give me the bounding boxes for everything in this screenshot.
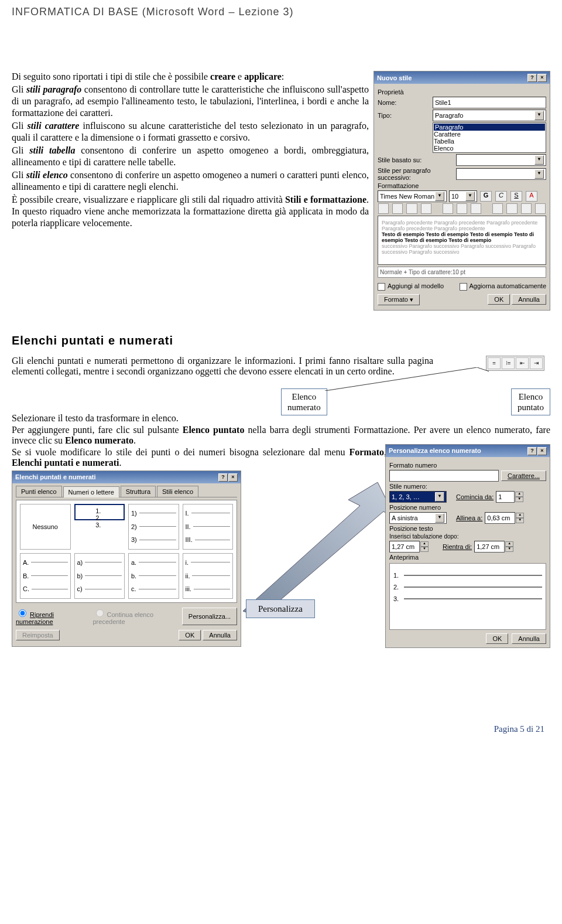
dialog-title: Nuovo stile [377,74,412,81]
chevron-down-icon: ▼ [534,111,544,120]
opt-elenco[interactable]: Elenco [434,145,545,152]
tipo-select[interactable]: Paragrafo▼ [433,110,546,121]
underline-button[interactable]: S [510,191,522,202]
formato-numero-input[interactable] [389,470,499,482]
annulla-button[interactable]: Annulla [512,633,546,644]
auto-update-checkbox[interactable] [460,283,467,291]
bold-button[interactable]: G [480,191,492,202]
cell-nessuno[interactable]: Nessuno [20,504,71,550]
indent-icon[interactable] [535,203,546,214]
cell-4[interactable]: A.B.C. [20,553,71,599]
outdent-icon[interactable] [521,203,532,214]
indent-inc-icon[interactable] [506,203,517,214]
preview-area: Paragrafo precedente Paragrafo precedent… [378,216,546,265]
style-desc: Normale + Tipo di carattere:10 pt [378,267,546,278]
section2-p4: Se si vuole modificare lo stile dei punt… [12,447,386,468]
opt-tabella[interactable]: Tabella [434,138,545,145]
pers-title: Personalizza elenco numerato [389,447,481,454]
cell-3[interactable]: I.II.III. [183,504,234,550]
comincia-input[interactable] [496,491,515,503]
stile-numero-label: Stile numero: [389,483,430,490]
personalizza-callout: Personalizza [246,599,315,618]
close-icon[interactable]: × [537,447,547,455]
decrease-indent-icon[interactable]: ⇤ [516,357,529,369]
anteprima-box: 1. 2. 3. [389,563,546,630]
style-grid: Nessuno 1.2.3. 1)2)3) I.II.III. A.B.C. a… [16,500,237,603]
help-icon[interactable]: ? [218,473,228,482]
tab-numeri[interactable]: Numeri o lettere [63,486,119,497]
carattere-button[interactable]: Carattere... [501,470,546,481]
basato-select[interactable]: ▼ [456,154,546,166]
line-spacing-2-icon[interactable] [471,203,481,214]
page-header: INFORMATICA DI BASE (Microsoft Word – Le… [12,0,550,71]
indent-dec-icon[interactable] [492,203,503,214]
close-icon[interactable]: × [537,74,547,82]
bulleted-list-icon[interactable]: ⁝≡ [502,357,515,369]
opt-paragrafo[interactable]: Paragrafo [434,124,545,131]
align-justify-icon[interactable] [421,203,431,214]
elenchi-title: Elenchi puntati e numerati [15,473,96,480]
font-color-button[interactable]: A [526,191,537,202]
help-icon[interactable]: ? [527,447,537,455]
numbered-list-icon[interactable]: ≡ [488,357,501,369]
italic-button[interactable]: C [495,191,507,202]
tab-struttura[interactable]: Struttura [121,486,156,497]
posizione-select[interactable]: A sinistra▼ [389,512,447,524]
nuovo-stile-dialog: Nuovo stile ?× Proprietà Nome: Tipo:Para… [373,71,550,311]
ok-button[interactable]: OK [486,633,508,644]
window-buttons: ?× [527,73,547,82]
close-icon[interactable]: × [228,473,238,482]
props-label: Proprietà [378,88,546,96]
radio-riprendi[interactable] [19,609,26,617]
stile-numero-select[interactable]: 1, 2, 3, …▼ [389,491,447,503]
svg-line-0 [325,367,477,391]
arrow-icon [243,482,395,617]
tab-punti[interactable]: Punti elenco [16,486,62,497]
tag-elenco-numerato: Elenconumerato [281,388,327,415]
personalizza-button[interactable]: Personalizza... [182,608,237,625]
allinea-label: Allinea a: [456,514,482,521]
font-select[interactable]: Times New Roman▼ [378,190,447,202]
increase-indent-icon[interactable]: ⇥ [530,357,543,369]
cell-7[interactable]: i.ii.iii. [183,553,234,599]
cell-6[interactable]: a.b.c. [128,553,179,599]
succ-select[interactable]: ▼ [456,168,546,180]
section-heading: Elenchi puntati e numerati [12,334,550,347]
line-spacing-1-icon[interactable] [443,203,453,214]
cell-2[interactable]: 1)2)3) [128,504,179,550]
align-center-icon[interactable] [392,203,403,214]
cell-5[interactable]: a)b)c) [74,553,125,599]
ok-button[interactable]: OK [488,294,510,305]
cell-1[interactable]: 1.2.3. [74,504,125,520]
size-select[interactable]: 10▼ [449,190,477,202]
form-label: Formattazione [378,182,546,189]
personalizza-dialog: Personalizza elenco numerato ?× Formato … [385,444,550,648]
nome-input[interactable] [433,97,546,108]
annulla-button[interactable]: Annulla [512,294,546,305]
align-left-icon[interactable] [378,203,389,214]
intro-text: Di seguito sono riportati i tipi di stil… [12,71,369,311]
nome-label: Nome: [378,99,430,106]
help-icon[interactable]: ? [527,74,537,82]
ok-button[interactable]: OK [179,630,201,640]
tipo-label: Tipo: [378,112,430,119]
page-footer: Pagina 5 di 21 [494,724,544,734]
tag-elenco-puntato: Elencopuntato [511,388,550,415]
rientra-input[interactable] [474,541,505,553]
allinea-input[interactable] [485,512,515,524]
line-spacing-15-icon[interactable] [457,203,467,214]
formato-numero-label: Formato numero [389,462,546,469]
annulla-button[interactable]: Annulla [203,630,237,640]
posizione-testo-label: Posizione testo [389,525,546,532]
tab-dopo-input[interactable] [389,541,420,553]
add-template-checkbox[interactable] [378,283,385,291]
radio-continua [96,609,104,617]
succ-label: Stile per paragrafo successivo: [378,167,454,181]
list-toolbar: ≡ ⁝≡ ⇤ ⇥ [486,356,544,371]
tab-stili[interactable]: Stili elenco [157,486,198,497]
svg-line-1 [477,367,489,391]
formato-button[interactable]: Formato ▾ [378,294,420,305]
align-right-icon[interactable] [406,203,417,214]
rientra-label: Rientra di: [443,543,472,550]
opt-carattere[interactable]: Carattere [434,131,545,138]
